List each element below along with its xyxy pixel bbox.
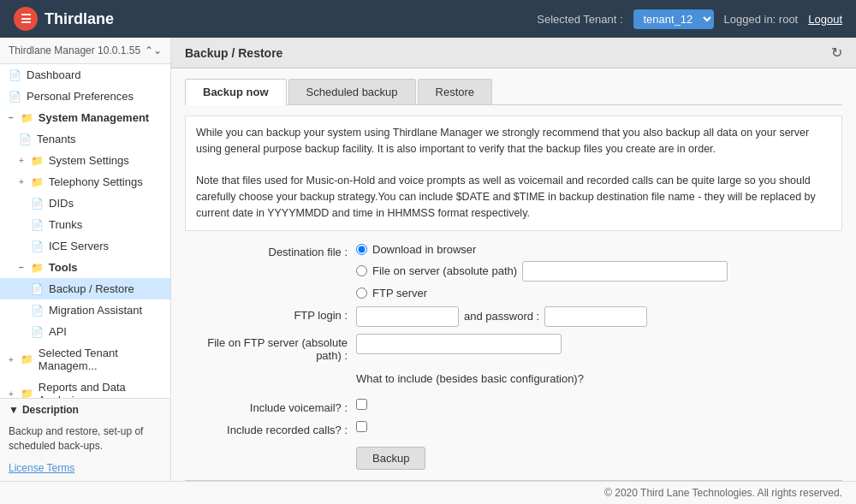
tenant-label: Selected Tenant : bbox=[537, 13, 622, 26]
sidebar-item-migration-assistant[interactable]: 📄 Migration Assistant bbox=[0, 299, 170, 321]
telephony-settings-icon: 📁 bbox=[31, 176, 44, 188]
sidebar-item-label: Backup / Restore bbox=[49, 282, 134, 295]
file-on-ftp-row: File on FTP server (absolute path) : bbox=[185, 334, 842, 362]
include-recorded-calls-checkbox[interactable] bbox=[356, 421, 367, 432]
sidebar-item-label: Selected Tenant Managem... bbox=[39, 347, 162, 372]
file-server-input[interactable] bbox=[522, 261, 728, 282]
backup-button-area: Backup bbox=[356, 447, 842, 470]
sidebar-collapse-icon[interactable]: ⌃⌄ bbox=[145, 44, 162, 56]
description-toggle[interactable]: ▼ Description bbox=[0, 399, 170, 421]
file-server-label[interactable]: File on server (absolute path) bbox=[372, 264, 517, 277]
sidebar-item-system-settings[interactable]: + 📁 System Settings bbox=[0, 150, 170, 171]
chevron-down-icon: ▼ bbox=[9, 404, 19, 416]
content-area: Backup / Restore ↻ Backup now Scheduled … bbox=[171, 38, 856, 481]
description-label: Description bbox=[22, 404, 79, 416]
sidebar-item-personal-preferences[interactable]: 📄 Personal Preferences bbox=[0, 86, 170, 107]
tab-backup-now[interactable]: Backup now bbox=[185, 79, 287, 105]
sidebar-item-api[interactable]: 📄 API bbox=[0, 321, 170, 342]
download-browser-label[interactable]: Download in browser bbox=[372, 243, 476, 256]
ftp-server-radio[interactable] bbox=[356, 288, 367, 299]
file-on-ftp-label: File on FTP server (absolute path) : bbox=[185, 334, 356, 362]
license-terms-link[interactable]: License Terms bbox=[0, 459, 170, 481]
sidebar-item-dids[interactable]: 📄 DIDs bbox=[0, 193, 170, 214]
ftp-password-input[interactable] bbox=[544, 306, 647, 327]
sidebar-item-reports[interactable]: + 📁 Reports and Data Analysiss bbox=[0, 377, 170, 398]
include-recorded-calls-row: Include recorded calls? : bbox=[185, 421, 842, 436]
info-text-1: While you can backup your system using T… bbox=[196, 125, 831, 157]
ftp-login-controls: and password : bbox=[356, 306, 647, 327]
logout-button[interactable]: Logout bbox=[808, 13, 842, 26]
radio-download-browser: Download in browser bbox=[356, 243, 728, 256]
sidebar-item-trunks[interactable]: 📄 Trunks bbox=[0, 214, 170, 235]
sidebar-item-telephony-settings[interactable]: + 📁 Telephony Settings bbox=[0, 171, 170, 193]
content-header: Backup / Restore ↻ bbox=[171, 38, 856, 68]
sidebar-item-tenants[interactable]: 📄 Tenants bbox=[0, 128, 170, 150]
sidebar-version: Thirdlane Manager 10.0.1.55 bbox=[9, 44, 140, 56]
include-voicemail-checkbox[interactable] bbox=[356, 399, 367, 410]
destination-file-row: Destination file : Download in browser F… bbox=[185, 243, 842, 299]
sidebar-item-label: DIDs bbox=[49, 197, 74, 210]
header-right: Selected Tenant : tenant_12 Logged in: r… bbox=[537, 9, 842, 29]
sidebar-item-ice-servers[interactable]: 📄 ICE Servers bbox=[0, 235, 170, 257]
tab-restore[interactable]: Restore bbox=[418, 79, 493, 104]
selected-tenant-icon: 📁 bbox=[21, 353, 33, 365]
trunks-icon: 📄 bbox=[31, 219, 44, 231]
ftp-login-input[interactable] bbox=[356, 306, 459, 327]
include-voicemail-row: Include voicemail? : bbox=[185, 399, 842, 414]
personal-preferences-icon: 📄 bbox=[9, 91, 21, 103]
page-title: Backup / Restore bbox=[185, 46, 282, 60]
tabs: Backup now Scheduled backup Restore bbox=[185, 79, 842, 105]
sidebar-scroll: 📄 Dashboard 📄 Personal Preferences − 📁 S… bbox=[0, 64, 170, 398]
expand-icon: − bbox=[19, 263, 24, 272]
refresh-icon[interactable]: ↻ bbox=[831, 44, 842, 61]
include-recorded-calls-label: Include recorded calls? : bbox=[185, 421, 356, 436]
download-browser-radio[interactable] bbox=[356, 244, 367, 255]
sidebar-item-tools[interactable]: − 📁 Tools bbox=[0, 257, 170, 278]
backup-button[interactable]: Backup bbox=[356, 447, 425, 470]
file-on-ftp-input[interactable] bbox=[356, 334, 562, 354]
what-include-spacer bbox=[185, 369, 356, 371]
tenant-select[interactable]: tenant_12 bbox=[633, 9, 714, 29]
copyright-text: © 2020 Third Lane Technologies. All righ… bbox=[604, 487, 842, 499]
sidebar-item-label: API bbox=[49, 325, 67, 338]
info-text-2: Note that files used for Music-on-Hold a… bbox=[196, 173, 831, 221]
ftp-server-label[interactable]: FTP server bbox=[372, 287, 427, 299]
dids-icon: 📄 bbox=[31, 198, 44, 210]
recorded-calls-controls bbox=[356, 421, 367, 435]
sidebar: Thirdlane Manager 10.0.1.55 ⌃⌄ 📄 Dashboa… bbox=[0, 38, 171, 481]
ftp-login-row: FTP login : and password : bbox=[185, 306, 842, 327]
expand-icon: + bbox=[9, 389, 14, 399]
sidebar-header: Thirdlane Manager 10.0.1.55 ⌃⌄ bbox=[0, 38, 170, 64]
sidebar-item-label: Trunks bbox=[49, 218, 82, 231]
sidebar-item-dashboard[interactable]: 📄 Dashboard bbox=[0, 64, 170, 86]
header: ☰ Thirdlane Selected Tenant : tenant_12 … bbox=[0, 0, 856, 38]
system-settings-icon: 📁 bbox=[31, 155, 44, 167]
sidebar-footer: ▼ Description Backup and restore, set-up… bbox=[0, 398, 170, 481]
ftp-password-label: and password : bbox=[464, 310, 539, 323]
ftp-login-label: FTP login : bbox=[185, 306, 356, 322]
sidebar-item-selected-tenant-management[interactable]: + 📁 Selected Tenant Managem... bbox=[0, 342, 170, 377]
tab-scheduled-backup[interactable]: Scheduled backup bbox=[288, 79, 416, 104]
sidebar-item-backup-restore[interactable]: 📄 Backup / Restore bbox=[0, 278, 170, 299]
what-include-label: What to include (besides basic configura… bbox=[356, 372, 584, 385]
sidebar-item-label: Personal Preferences bbox=[27, 90, 134, 103]
footer: © 2020 Third Lane Technologies. All righ… bbox=[0, 481, 856, 504]
logo-text: Thirdlane bbox=[45, 10, 114, 28]
file-server-radio[interactable] bbox=[356, 265, 367, 276]
system-management-icon: 📁 bbox=[21, 112, 33, 124]
info-text: While you can backup your system using T… bbox=[185, 116, 842, 231]
sidebar-item-label: Tenants bbox=[37, 133, 76, 145]
sidebar-item-system-management[interactable]: − 📁 System Management bbox=[0, 107, 170, 128]
sidebar-item-label: System Management bbox=[39, 111, 149, 124]
logo-icon: ☰ bbox=[14, 7, 38, 31]
logo: ☰ Thirdlane bbox=[14, 7, 114, 31]
main-layout: Thirdlane Manager 10.0.1.55 ⌃⌄ 📄 Dashboa… bbox=[0, 38, 856, 481]
destination-label: Destination file : bbox=[185, 243, 356, 258]
dashboard-icon: 📄 bbox=[9, 69, 21, 81]
sidebar-item-label: ICE Servers bbox=[49, 240, 109, 252]
radio-ftp-server: FTP server bbox=[356, 287, 728, 299]
expand-icon: − bbox=[9, 113, 14, 122]
radio-file-server: File on server (absolute path) bbox=[356, 261, 728, 282]
migration-assistant-icon: 📄 bbox=[31, 305, 44, 317]
what-include-row: What to include (besides basic configura… bbox=[185, 369, 842, 392]
